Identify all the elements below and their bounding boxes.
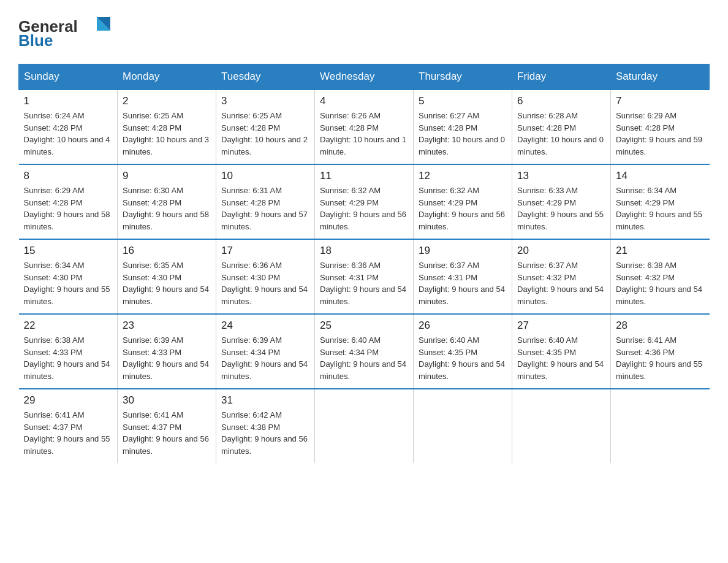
day-info: Sunrise: 6:32 AMSunset: 4:29 PMDaylight:… — [320, 185, 408, 232]
day-number: 14 — [616, 170, 705, 182]
day-info: Sunrise: 6:29 AMSunset: 4:28 PMDaylight:… — [616, 110, 705, 158]
day-number: 7 — [616, 95, 705, 107]
calendar-cell: 24 Sunrise: 6:39 AMSunset: 4:34 PMDaylig… — [216, 314, 315, 389]
weekday-header-tuesday: Tuesday — [216, 64, 315, 90]
day-info: Sunrise: 6:33 AMSunset: 4:29 PMDaylight:… — [517, 185, 605, 232]
day-info: Sunrise: 6:34 AMSunset: 4:30 PMDaylight:… — [24, 259, 113, 307]
calendar-week-row: 22 Sunrise: 6:38 AMSunset: 4:33 PMDaylig… — [19, 314, 710, 389]
day-number: 31 — [221, 394, 309, 407]
day-number: 28 — [616, 320, 705, 332]
calendar-cell: 21 Sunrise: 6:38 AMSunset: 4:32 PMDaylig… — [611, 239, 710, 314]
calendar-cell: 9 Sunrise: 6:30 AMSunset: 4:28 PMDayligh… — [118, 164, 216, 239]
calendar-cell: 2 Sunrise: 6:25 AMSunset: 4:28 PMDayligh… — [118, 90, 216, 164]
day-info: Sunrise: 6:25 AMSunset: 4:28 PMDaylight:… — [221, 110, 309, 158]
calendar-cell — [315, 389, 414, 463]
day-number: 13 — [517, 170, 605, 182]
svg-text:Blue: Blue — [18, 31, 53, 49]
day-info: Sunrise: 6:41 AMSunset: 4:37 PMDaylight:… — [24, 409, 113, 457]
day-number: 12 — [419, 170, 507, 182]
weekday-header-wednesday: Wednesday — [315, 64, 414, 90]
day-number: 4 — [320, 95, 408, 107]
calendar-cell: 26 Sunrise: 6:40 AMSunset: 4:35 PMDaylig… — [414, 314, 512, 389]
calendar-cell: 5 Sunrise: 6:27 AMSunset: 4:28 PMDayligh… — [414, 90, 512, 164]
calendar-cell: 3 Sunrise: 6:25 AMSunset: 4:28 PMDayligh… — [216, 90, 315, 164]
day-number: 2 — [123, 95, 211, 107]
day-number: 26 — [419, 320, 507, 332]
calendar-week-row: 15 Sunrise: 6:34 AMSunset: 4:30 PMDaylig… — [19, 239, 710, 314]
weekday-header-friday: Friday — [512, 64, 611, 90]
calendar-cell: 25 Sunrise: 6:40 AMSunset: 4:34 PMDaylig… — [315, 314, 414, 389]
day-number: 25 — [320, 320, 408, 332]
day-info: Sunrise: 6:41 AMSunset: 4:37 PMDaylight:… — [123, 409, 211, 457]
logo: General Blue — [18, 12, 123, 52]
weekday-header-sunday: Sunday — [19, 64, 118, 90]
weekday-header-row: SundayMondayTuesdayWednesdayThursdayFrid… — [19, 64, 710, 90]
day-info: Sunrise: 6:28 AMSunset: 4:28 PMDaylight:… — [517, 110, 605, 158]
day-info: Sunrise: 6:30 AMSunset: 4:28 PMDaylight:… — [123, 185, 211, 232]
calendar-cell: 20 Sunrise: 6:37 AMSunset: 4:32 PMDaylig… — [512, 239, 611, 314]
calendar-cell: 23 Sunrise: 6:39 AMSunset: 4:33 PMDaylig… — [118, 314, 216, 389]
day-info: Sunrise: 6:40 AMSunset: 4:34 PMDaylight:… — [320, 334, 408, 382]
day-number: 17 — [221, 245, 309, 257]
day-info: Sunrise: 6:39 AMSunset: 4:33 PMDaylight:… — [123, 334, 211, 382]
day-info: Sunrise: 6:37 AMSunset: 4:32 PMDaylight:… — [517, 259, 605, 307]
day-info: Sunrise: 6:31 AMSunset: 4:28 PMDaylight:… — [221, 185, 309, 232]
calendar-cell: 11 Sunrise: 6:32 AMSunset: 4:29 PMDaylig… — [315, 164, 414, 239]
day-info: Sunrise: 6:34 AMSunset: 4:29 PMDaylight:… — [616, 185, 705, 232]
weekday-header-saturday: Saturday — [611, 64, 710, 90]
calendar-cell: 15 Sunrise: 6:34 AMSunset: 4:30 PMDaylig… — [19, 239, 118, 314]
day-info: Sunrise: 6:24 AMSunset: 4:28 PMDaylight:… — [24, 110, 113, 158]
day-number: 8 — [24, 170, 113, 182]
calendar-cell: 12 Sunrise: 6:32 AMSunset: 4:29 PMDaylig… — [414, 164, 512, 239]
day-number: 1 — [24, 95, 113, 107]
calendar-cell: 19 Sunrise: 6:37 AMSunset: 4:31 PMDaylig… — [414, 239, 512, 314]
weekday-header-thursday: Thursday — [414, 64, 512, 90]
day-number: 18 — [320, 245, 408, 257]
day-number: 19 — [419, 245, 507, 257]
calendar-week-row: 29 Sunrise: 6:41 AMSunset: 4:37 PMDaylig… — [19, 389, 710, 463]
day-number: 9 — [123, 170, 211, 182]
day-number: 24 — [221, 320, 309, 332]
day-info: Sunrise: 6:37 AMSunset: 4:31 PMDaylight:… — [419, 259, 507, 307]
day-number: 3 — [221, 95, 309, 107]
day-info: Sunrise: 6:35 AMSunset: 4:30 PMDaylight:… — [123, 259, 211, 307]
calendar-cell: 22 Sunrise: 6:38 AMSunset: 4:33 PMDaylig… — [19, 314, 118, 389]
day-info: Sunrise: 6:36 AMSunset: 4:30 PMDaylight:… — [221, 259, 309, 307]
day-number: 16 — [123, 245, 211, 257]
calendar-week-row: 1 Sunrise: 6:24 AMSunset: 4:28 PMDayligh… — [19, 90, 710, 164]
day-number: 30 — [123, 394, 211, 407]
day-info: Sunrise: 6:27 AMSunset: 4:28 PMDaylight:… — [419, 110, 507, 158]
calendar-week-row: 8 Sunrise: 6:29 AMSunset: 4:28 PMDayligh… — [19, 164, 710, 239]
day-info: Sunrise: 6:25 AMSunset: 4:28 PMDaylight:… — [123, 110, 211, 158]
calendar-cell: 28 Sunrise: 6:41 AMSunset: 4:36 PMDaylig… — [611, 314, 710, 389]
logo-text: General Blue — [18, 12, 123, 52]
calendar-cell — [414, 389, 512, 463]
day-number: 27 — [517, 320, 605, 332]
calendar-cell: 7 Sunrise: 6:29 AMSunset: 4:28 PMDayligh… — [611, 90, 710, 164]
calendar-cell: 27 Sunrise: 6:40 AMSunset: 4:35 PMDaylig… — [512, 314, 611, 389]
calendar-cell: 14 Sunrise: 6:34 AMSunset: 4:29 PMDaylig… — [611, 164, 710, 239]
day-info: Sunrise: 6:36 AMSunset: 4:31 PMDaylight:… — [320, 259, 408, 307]
calendar-cell: 1 Sunrise: 6:24 AMSunset: 4:28 PMDayligh… — [19, 90, 118, 164]
day-number: 20 — [517, 245, 605, 257]
calendar-cell: 6 Sunrise: 6:28 AMSunset: 4:28 PMDayligh… — [512, 90, 611, 164]
day-number: 11 — [320, 170, 408, 182]
day-info: Sunrise: 6:32 AMSunset: 4:29 PMDaylight:… — [419, 185, 507, 232]
day-info: Sunrise: 6:40 AMSunset: 4:35 PMDaylight:… — [419, 334, 507, 382]
calendar-cell — [611, 389, 710, 463]
day-number: 6 — [517, 95, 605, 107]
day-number: 23 — [123, 320, 211, 332]
day-number: 10 — [221, 170, 309, 182]
day-number: 29 — [24, 394, 113, 407]
page-header: General Blue — [18, 12, 710, 52]
calendar-cell: 8 Sunrise: 6:29 AMSunset: 4:28 PMDayligh… — [19, 164, 118, 239]
day-number: 5 — [419, 95, 507, 107]
day-info: Sunrise: 6:38 AMSunset: 4:33 PMDaylight:… — [24, 334, 113, 382]
calendar-cell — [512, 389, 611, 463]
weekday-header-monday: Monday — [118, 64, 216, 90]
calendar-cell: 30 Sunrise: 6:41 AMSunset: 4:37 PMDaylig… — [118, 389, 216, 463]
day-info: Sunrise: 6:40 AMSunset: 4:35 PMDaylight:… — [517, 334, 605, 382]
day-info: Sunrise: 6:41 AMSunset: 4:36 PMDaylight:… — [616, 334, 705, 382]
calendar-cell: 29 Sunrise: 6:41 AMSunset: 4:37 PMDaylig… — [19, 389, 118, 463]
day-number: 15 — [24, 245, 113, 257]
